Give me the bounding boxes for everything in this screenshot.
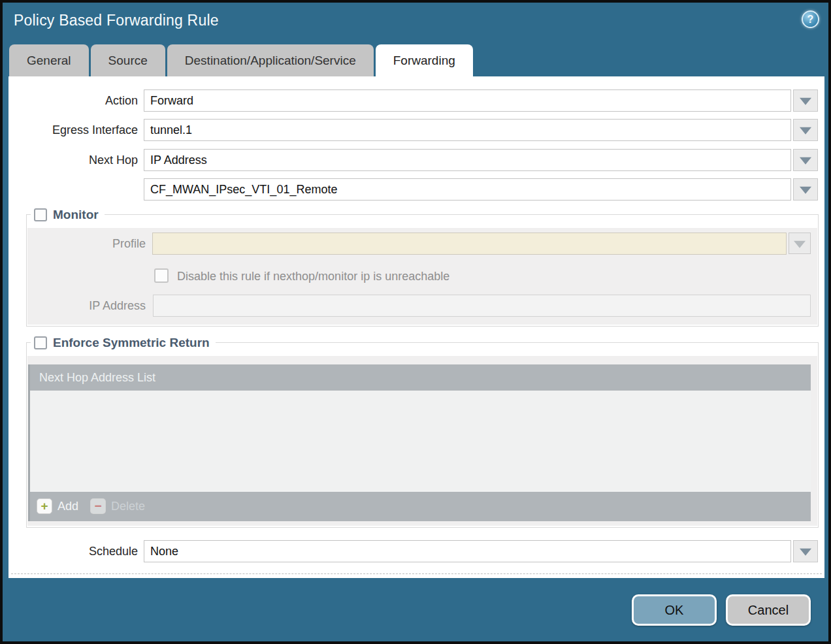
tab-forwarding[interactable]: Forwarding (376, 44, 473, 76)
egress-interface-row: Egress Interface tunnel.1 (8, 119, 824, 141)
schedule-row: Schedule None (8, 540, 824, 562)
ok-button[interactable]: OK (632, 594, 717, 626)
next-hop-address-list-header: Next Hop Address List (30, 364, 811, 391)
enforce-symmetric-return-label: Enforce Symmetric Return (53, 336, 210, 350)
profile-dropdown-button (789, 233, 811, 254)
tab-general[interactable]: General (9, 44, 89, 76)
monitor-legend: Monitor (31, 206, 105, 224)
disable-rule-label: Disable this rule if nexthop/monitor ip … (177, 270, 449, 283)
chevron-down-icon (800, 549, 811, 556)
next-hop-address-list-table: Next Hop Address List + Add − Delete (28, 364, 811, 521)
schedule-select[interactable]: None (144, 540, 791, 562)
add-button[interactable]: + Add (37, 498, 78, 514)
tab-destination-application-service[interactable]: Destination/Application/Service (167, 44, 374, 76)
next-hop-address-input[interactable]: CF_MWAN_IPsec_VTI_01_Remote (144, 178, 791, 201)
cancel-button[interactable]: Cancel (726, 594, 811, 626)
delete-button-label: Delete (111, 500, 145, 513)
add-button-label: Add (57, 500, 78, 513)
tab-bar: General Source Destination/Application/S… (9, 44, 473, 76)
next-hop-address-list-toolbar: + Add − Delete (30, 492, 811, 521)
chevron-down-icon (800, 187, 811, 194)
egress-interface-dropdown-button[interactable] (793, 119, 818, 141)
enforce-symmetric-return-section: Enforce Symmetric Return Next Hop Addres… (26, 342, 819, 528)
next-hop-dropdown-button[interactable] (793, 149, 818, 171)
enforce-symmetric-return-legend: Enforce Symmetric Return (31, 334, 216, 352)
action-dropdown-button[interactable] (793, 89, 818, 112)
delete-button: − Delete (90, 498, 145, 514)
next-hop-address-list-body[interactable] (30, 391, 811, 492)
monitor-legend-label: Monitor (53, 208, 99, 222)
egress-interface-select[interactable]: tunnel.1 (144, 119, 791, 141)
chevron-down-icon (800, 98, 811, 105)
forwarding-tab-panel: Action Forward Egress Interface tunnel.1… (8, 76, 824, 578)
monitor-checkbox[interactable] (34, 208, 47, 221)
next-hop-type-select[interactable]: IP Address (144, 149, 791, 171)
tab-source[interactable]: Source (91, 44, 165, 76)
monitor-section: Monitor Profile Disable this rule if nex… (26, 214, 819, 327)
dialog-title: Policy Based Forwarding Rule (14, 12, 219, 29)
next-hop-address-dropdown-button[interactable] (793, 178, 818, 201)
action-label: Action (8, 89, 138, 112)
profile-label: Profile (27, 233, 146, 255)
help-icon[interactable]: ? (802, 10, 819, 28)
chevron-down-icon (800, 127, 811, 135)
disable-rule-checkbox (154, 268, 169, 283)
schedule-dropdown-button[interactable] (793, 540, 818, 562)
next-hop-label: Next Hop (8, 149, 138, 171)
chevron-down-icon (794, 240, 806, 248)
monitor-ip-address-label: IP Address (27, 295, 146, 317)
egress-interface-label: Egress Interface (8, 119, 138, 141)
panel-bottom-divider (11, 573, 822, 574)
action-select[interactable]: Forward (144, 89, 791, 112)
chevron-down-icon (800, 157, 811, 165)
minus-icon: − (90, 498, 106, 514)
next-hop-address-row: CF_MWAN_IPsec_VTI_01_Remote (8, 178, 824, 201)
monitor-ip-address-input (153, 295, 811, 317)
profile-select (152, 233, 787, 255)
next-hop-row: Next Hop IP Address (8, 149, 824, 171)
enforce-symmetric-return-checkbox[interactable] (34, 336, 47, 349)
plus-icon: + (37, 498, 52, 514)
schedule-label: Schedule (8, 540, 138, 562)
pbf-rule-dialog: Policy Based Forwarding Rule ? General S… (0, 0, 831, 644)
action-row: Action Forward (8, 89, 824, 112)
